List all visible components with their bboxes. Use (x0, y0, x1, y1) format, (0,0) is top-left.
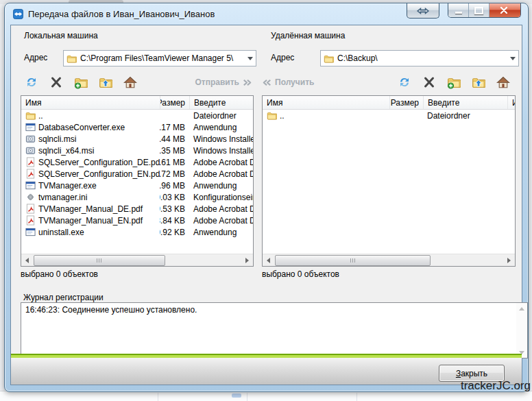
column-header[interactable]: Изменён (507, 96, 516, 109)
table-row[interactable]: ..Dateiordner (263, 110, 515, 121)
minimize-button[interactable] (448, 3, 469, 17)
window-title: Передача файлов в Иван_Иванович_Иванов (28, 9, 215, 19)
delete-icon (49, 75, 63, 89)
table-row[interactable]: TVManager_Manual_EN.pdf678.84 KBAdobe Ac… (21, 215, 253, 226)
refresh-icon (398, 75, 411, 89)
maximize-icon (474, 7, 483, 14)
parent-folder-button[interactable] (468, 74, 489, 90)
table-row[interactable]: tvmanager.ini0.03 KBKonfigurationseins (21, 191, 253, 203)
file-size-cell: 1.72 MB (160, 169, 189, 179)
file-transfer-window: Передача файлов в Иван_Иванович_Иванов Л (4, 3, 529, 392)
delete-button[interactable] (418, 74, 440, 90)
dialog-client-area: Локальная машина Удалённая машина Адрес … (10, 25, 522, 385)
double-arrow-left-icon (262, 77, 272, 88)
scrollbar-thumb[interactable] (275, 255, 431, 266)
file-type-cell: Dateiordner (423, 111, 507, 121)
table-row[interactable]: ..Dateiordner (21, 110, 253, 121)
local-address-value: C:\Program Files\TeamViewer Manager 5\ (80, 53, 241, 63)
file-name-cell: DatabaseConverter.exe (21, 122, 160, 132)
column-header[interactable]: Введите (423, 96, 507, 109)
log-box[interactable]: 16:46:23: Соединение успешно установлено… (21, 302, 528, 359)
app-icon (25, 227, 36, 237)
local-address-combobox[interactable]: C:\Program Files\TeamViewer Manager 5\ (63, 50, 256, 66)
scrollbar-thumb[interactable] (34, 255, 165, 266)
table-row[interactable]: TVManager.exe13.96 MBAnwendung (21, 180, 253, 191)
table-row[interactable]: SQLServer_Configuration_DE.pdf1.61 MBAdo… (21, 156, 253, 168)
table-row[interactable]: SQLServer_Configuration_EN.pdf1.72 MBAdo… (21, 168, 253, 180)
pdf-icon (25, 204, 36, 214)
pdf-icon (25, 215, 36, 226)
file-size-cell: 678.84 KB (160, 216, 189, 226)
folder-icon (267, 110, 277, 121)
file-name-cell: SQLServer_Configuration_EN.pdf (21, 169, 160, 179)
switch-sides-button[interactable] (407, 3, 439, 19)
new-folder-button[interactable] (70, 74, 92, 90)
horizontal-scrollbar[interactable] (263, 254, 515, 266)
remote-address-value: C:\Backup\ (337, 53, 504, 63)
scroll-right-icon[interactable] (241, 254, 253, 266)
chevron-down-icon[interactable] (245, 51, 256, 66)
remote-address-combobox[interactable]: C:\Backup\ (320, 50, 519, 66)
local-selection-status: выбрано 0 объектов (21, 269, 98, 279)
folder-icon (66, 53, 77, 64)
file-name-cell: .. (263, 110, 389, 121)
column-header[interactable]: Размер (389, 96, 423, 109)
scroll-left-icon[interactable] (21, 254, 33, 266)
log-entry: 16:46:23: Соединение успешно установлено… (25, 305, 523, 315)
column-header[interactable]: Имя (21, 96, 160, 109)
column-header-row: ИмяРазмерВведите (21, 96, 253, 110)
footer-bar: Закрыть (11, 358, 522, 385)
table-row[interactable]: DatabaseConverter.exe6.17 MBAnwendung (21, 121, 253, 133)
file-size-cell: 3.44 MB (160, 134, 189, 144)
file-size-cell: 1.61 MB (160, 158, 189, 167)
maximize-button[interactable] (469, 3, 489, 17)
close-icon (500, 7, 510, 14)
refresh-button[interactable] (394, 74, 415, 90)
app-icon (25, 180, 36, 191)
delete-button[interactable] (45, 74, 67, 90)
new-folder-button[interactable] (443, 74, 465, 90)
receive-button[interactable]: Получить (262, 77, 314, 88)
table-row[interactable]: uninstall.exe340.92 KBAnwendung (21, 226, 253, 238)
local-file-list: ИмяРазмерВведите..DateiordnerDatabaseCon… (21, 95, 254, 267)
file-name-cell: sqlncli_x64.msi (21, 145, 160, 156)
file-name-cell: .. (21, 110, 160, 121)
vertical-scrollbar[interactable] (516, 303, 527, 358)
file-name-cell: SQLServer_Configuration_DE.pdf (21, 157, 160, 167)
table-row[interactable]: TVManager_Manual_DE.pdf599.53 KBAdobe Ac… (21, 203, 253, 215)
home-button[interactable] (119, 74, 141, 90)
ini-icon (25, 192, 36, 202)
chevron-down-icon[interactable] (507, 51, 518, 66)
send-button[interactable]: Отправить (195, 77, 252, 88)
send-label: Отправить (195, 77, 239, 87)
scroll-left-icon[interactable] (263, 254, 274, 266)
column-header[interactable]: Имя (263, 96, 389, 109)
receive-label: Получить (275, 77, 314, 87)
delete-icon (422, 75, 436, 89)
scroll-up-icon[interactable] (516, 303, 527, 314)
file-size-cell: 13.96 MB (160, 181, 189, 191)
home-button[interactable] (492, 74, 514, 90)
file-name-cell: tvmanager.ini (21, 192, 160, 202)
home-icon (496, 75, 510, 89)
refresh-button[interactable] (21, 74, 43, 90)
file-type-cell: Adobe Acrobat Do (189, 158, 253, 167)
scroll-right-icon[interactable] (503, 254, 515, 266)
pdf-icon (25, 157, 36, 167)
refresh-icon (25, 75, 38, 89)
local-address-label: Адрес (24, 53, 47, 62)
parent-folder-button[interactable] (95, 74, 117, 90)
local-machine-label: Локальная машина (24, 31, 98, 40)
table-row[interactable]: sqlncli.msi3.44 MBWindows Installer (21, 133, 253, 145)
column-header[interactable]: Введите (189, 96, 253, 109)
titlebar[interactable]: Передача файлов в Иван_Иванович_Иванов (5, 3, 528, 25)
close-window-button[interactable] (489, 3, 520, 17)
table-row[interactable]: sqlncli_x64.msi6.35 MBWindows Installer (21, 145, 253, 156)
file-size-cell: 0.03 KB (160, 193, 189, 202)
column-header[interactable]: Размер (160, 96, 189, 109)
horizontal-scrollbar[interactable] (21, 254, 253, 266)
log-label: Журнал регистрации (23, 293, 104, 302)
remote-file-list: ИмяРазмерВведитеИзменён..Dateiordner (262, 95, 516, 267)
parent-folder-icon (472, 75, 485, 89)
file-type-cell: Windows Installer (189, 146, 253, 156)
